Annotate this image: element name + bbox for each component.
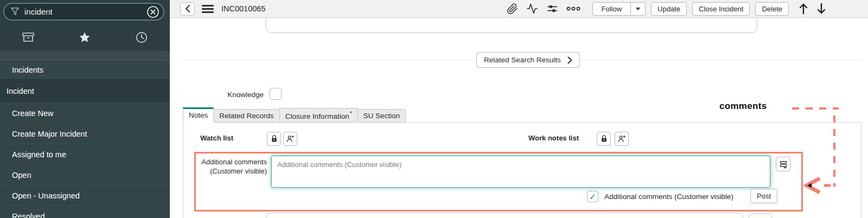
sidebar-item-open[interactable]: Open	[0, 164, 170, 185]
annotation-arrow-icon	[803, 177, 833, 194]
required-marker: *	[350, 111, 352, 117]
follow-dropdown-button[interactable]	[631, 2, 646, 16]
servicenow-app: Incidents Incident Create New Create Maj…	[0, 0, 868, 218]
activity-icon[interactable]	[526, 3, 538, 15]
form-tabs: Notes Related Records Closure Informatio…	[183, 107, 405, 123]
work-notes-list-label: Work notes list	[508, 134, 579, 142]
annotation-dashed-line-vertical	[833, 116, 835, 187]
history-icon[interactable]	[133, 29, 150, 46]
attachment-icon[interactable]	[507, 3, 518, 15]
sidebar-item-label: Resolved	[12, 212, 44, 218]
sidebar-item-label: Open - Unassigned	[12, 191, 80, 200]
application-navigator: Incidents Incident Create New Create Maj…	[0, 0, 170, 218]
tab-closure-information[interactable]: Closure Information*	[279, 108, 358, 123]
close-incident-button[interactable]: Close Incident	[692, 2, 750, 16]
lock-icon	[270, 134, 278, 143]
navigator-divider	[0, 51, 170, 60]
follow-button[interactable]: Follow	[592, 2, 631, 16]
favorites-icon[interactable]	[76, 29, 93, 46]
all-applications-icon[interactable]	[20, 29, 36, 46]
personalize-form-icon[interactable]	[546, 3, 558, 15]
work-notes-lock-button[interactable]	[597, 132, 611, 146]
watch-list-add-me-button[interactable]	[283, 132, 297, 146]
next-record-icon[interactable]	[816, 3, 826, 15]
label-line-1: Additional comments	[194, 157, 267, 166]
add-person-icon	[617, 134, 626, 143]
sidebar-item-label: Create New	[12, 109, 54, 118]
sidebar-item-open-unassigned[interactable]: Open - Unassigned	[0, 185, 170, 206]
work-notes-add-me-button[interactable]	[615, 132, 629, 146]
activity-stream-icon	[779, 160, 788, 169]
sidebar-item-incidents[interactable]: Incidents	[0, 60, 170, 80]
previous-record-icon[interactable]	[799, 3, 808, 15]
chevron-right-icon	[567, 56, 572, 64]
sidebar-application-incident[interactable]: Incident	[0, 80, 170, 102]
sidebar-item-create-new[interactable]: Create New	[0, 102, 170, 123]
field-below-cutoff[interactable]	[266, 213, 743, 218]
sidebar-item-resolved[interactable]: Resolved	[0, 206, 170, 218]
incident-form-pane: INC0010065	[170, 0, 868, 218]
filter-funnel-icon	[10, 7, 20, 17]
sidebar-item-label: Create Major Incident	[12, 130, 87, 138]
sidebar-item-assigned-to-me[interactable]: Assigned to me	[0, 144, 170, 164]
record-number: INC0010065	[221, 4, 265, 13]
post-button[interactable]: Post	[750, 189, 777, 203]
sidebar-item-create-major-incident[interactable]: Create Major Incident	[0, 123, 170, 144]
tab-label: Related Records	[219, 112, 274, 120]
related-search-results-button[interactable]: Related Search Results	[476, 52, 580, 68]
tab-label: SU Section	[363, 112, 400, 120]
knowledge-checkbox[interactable]	[270, 88, 282, 100]
header-buttons: Follow Update Close Incident Delete	[592, 2, 789, 16]
header-icons	[507, 3, 580, 15]
annotation-comments-label: comments	[719, 101, 767, 112]
watch-list-label: Watch list	[170, 134, 233, 142]
additional-comments-checkbox[interactable]	[587, 191, 598, 202]
tab-label: Closure Information	[285, 112, 349, 120]
tab-su-section[interactable]: SU Section	[358, 109, 406, 123]
label-line-2: (Customer visible)	[194, 166, 267, 176]
update-button[interactable]: Update	[651, 2, 687, 16]
sidebar-item-label: Incidents	[12, 66, 43, 74]
related-search-results-label: Related Search Results	[484, 56, 561, 64]
navigator-results: Incidents Incident Create New Create Maj…	[0, 60, 170, 218]
add-person-icon	[286, 134, 295, 143]
watch-list-lock-button[interactable]	[267, 132, 281, 146]
lock-icon	[600, 134, 608, 143]
record-header: INC0010065	[170, 0, 868, 18]
tab-label: Notes	[189, 111, 208, 119]
sidebar-item-label: Incident	[7, 87, 34, 95]
tab-related-records[interactable]: Related Records	[213, 109, 280, 123]
chevron-down-icon	[636, 8, 640, 10]
filter-input[interactable]	[24, 7, 146, 16]
annotation-dashed-line-horizontal	[792, 107, 839, 110]
more-options-icon[interactable]	[566, 5, 580, 12]
button-below-cutoff[interactable]	[749, 214, 772, 218]
record-navigation	[799, 3, 826, 15]
additional-comments-field-label: Additional comments (Customer visible)	[194, 157, 267, 176]
delete-button[interactable]: Delete	[755, 2, 789, 16]
knowledge-field-label: Knowledge	[202, 91, 264, 99]
sidebar-item-label: Assigned to me	[12, 150, 66, 159]
form-context-menu-icon[interactable]	[202, 5, 214, 13]
toggle-activity-stream-button[interactable]	[776, 157, 790, 171]
back-button[interactable]	[180, 2, 195, 16]
tab-notes[interactable]: Notes	[183, 107, 214, 123]
follow-split-button: Follow	[592, 2, 646, 16]
additional-comments-textarea[interactable]	[271, 156, 770, 188]
additional-comments-checkbox-label: Additional comments (Customer visible)	[604, 193, 733, 201]
navigator-tabs	[0, 26, 170, 49]
navigator-filter[interactable]	[3, 3, 164, 21]
sidebar-item-label: Open	[12, 171, 31, 179]
clear-filter-icon[interactable]	[146, 5, 159, 18]
